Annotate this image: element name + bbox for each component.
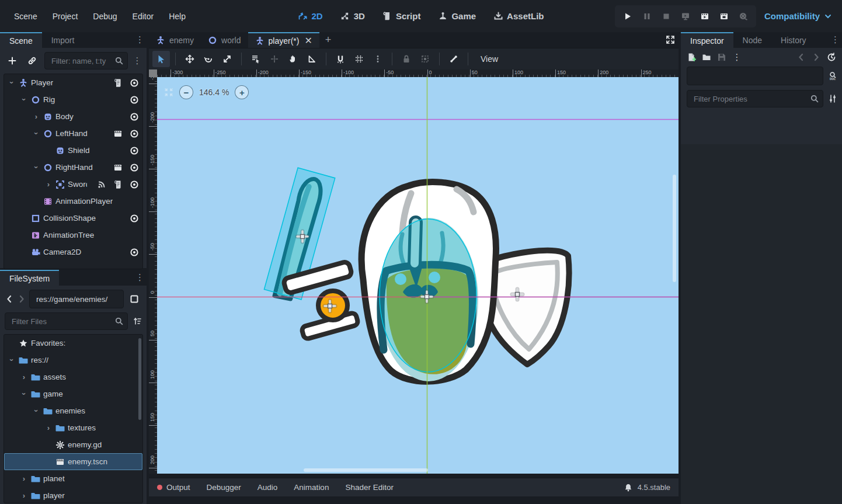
tab-import[interactable]: Import xyxy=(42,32,84,48)
renderer-dropdown[interactable]: Compatibility xyxy=(764,11,836,21)
scene-node-animationplayer[interactable]: AnimationPlayer xyxy=(4,193,142,210)
scene-tab-player[interactable]: player(*)✕ xyxy=(248,32,319,48)
fs-filter-input[interactable] xyxy=(11,317,112,326)
scene-node-animationtree[interactable]: AnimationTree xyxy=(4,227,142,244)
scene-node-righthand[interactable]: ›RightHand xyxy=(4,159,142,176)
movie-scene-button[interactable] xyxy=(717,9,731,24)
filesystem-menu-dots[interactable]: ⋮ xyxy=(135,272,144,283)
scene-node-camera2d[interactable]: Camera2D xyxy=(4,244,142,260)
tool-rotate-button[interactable] xyxy=(200,51,217,67)
scene-node-player[interactable]: ›Player xyxy=(4,74,142,91)
switch-3d[interactable]: 3D xyxy=(336,9,370,23)
tab-history[interactable]: History xyxy=(771,32,816,48)
visibility-toggle-icon[interactable] xyxy=(130,112,139,121)
visibility-toggle-icon[interactable] xyxy=(130,214,139,223)
tool-list-select-button[interactable] xyxy=(247,51,265,67)
menu-help[interactable]: Help xyxy=(163,9,192,24)
save-resource-icon[interactable] xyxy=(717,53,726,62)
sort-files-icon[interactable] xyxy=(133,317,142,326)
fs-item-player[interactable]: ›player xyxy=(4,487,142,503)
doc-search-icon[interactable]: DOC xyxy=(828,71,837,81)
tree-expand-arrow[interactable]: › xyxy=(20,373,28,381)
menu-scene[interactable]: Scene xyxy=(8,9,43,24)
tree-expand-arrow[interactable]: › xyxy=(32,407,41,415)
tool-move-button[interactable] xyxy=(181,51,199,67)
tab-menu-dots[interactable]: ⋮ xyxy=(831,34,840,45)
tool-ruler-button[interactable] xyxy=(303,51,321,67)
split-view-button[interactable] xyxy=(127,291,142,307)
visibility-toggle-icon[interactable] xyxy=(130,129,139,138)
property-tune-icon[interactable] xyxy=(828,94,837,103)
bottom-panel-shader-editor[interactable]: Shader Editor xyxy=(337,478,402,496)
bottom-panel-audio[interactable]: Audio xyxy=(249,478,286,496)
tool-select-button[interactable] xyxy=(152,51,170,67)
scene-clapper-icon[interactable] xyxy=(113,163,123,172)
tool-scale-button[interactable] xyxy=(218,51,236,67)
fs-item-enemy-gd[interactable]: enemy.gd xyxy=(4,436,142,453)
tab-inspector[interactable]: Inspector xyxy=(681,32,733,48)
bone-button[interactable] xyxy=(445,51,462,67)
2d-canvas[interactable]: − 146.4 % + xyxy=(157,77,679,474)
scene-node-body[interactable]: ›Body xyxy=(4,108,142,125)
close-tab-icon[interactable]: ✕ xyxy=(304,35,312,46)
fs-item-planet[interactable]: ›planet xyxy=(4,470,142,487)
new-resource-icon[interactable] xyxy=(687,53,696,62)
visibility-toggle-icon[interactable] xyxy=(130,163,139,172)
tree-expand-arrow[interactable]: › xyxy=(20,474,28,483)
menu-editor[interactable]: Editor xyxy=(127,9,160,24)
visibility-toggle-icon[interactable] xyxy=(130,180,139,189)
bottom-panel-animation[interactable]: Animation xyxy=(286,478,337,496)
switch-game[interactable]: Game xyxy=(433,9,481,23)
scene-tab-world[interactable]: world xyxy=(201,32,248,48)
scene-tab-enemy[interactable]: enemy xyxy=(149,32,201,48)
canvas-hscrollbar[interactable] xyxy=(304,468,428,472)
fs-item-assets[interactable]: ›assets xyxy=(4,369,142,385)
new-scene-tab-button[interactable]: + xyxy=(319,32,338,48)
scene-node-lefthand[interactable]: ›LeftHand xyxy=(4,125,142,142)
switch-2d[interactable]: 2D xyxy=(294,9,328,23)
menu-project[interactable]: Project xyxy=(47,9,84,24)
tree-expand-arrow[interactable]: › xyxy=(44,423,53,432)
history-forward-icon[interactable] xyxy=(812,53,821,62)
zoom-out-button[interactable]: − xyxy=(179,85,193,99)
scene-node-sword[interactable]: ›Sword xyxy=(4,176,142,193)
scene-node-rig[interactable]: ›Rig xyxy=(4,91,142,108)
nav-forward-icon[interactable] xyxy=(17,294,26,304)
tree-expand-arrow[interactable]: › xyxy=(32,112,40,121)
pause-button[interactable] xyxy=(640,9,654,24)
object-name-box[interactable] xyxy=(687,67,823,85)
inspector-filter-input[interactable] xyxy=(693,94,808,104)
tab-scene[interactable]: Scene xyxy=(0,32,42,48)
scene-filter-input[interactable] xyxy=(50,56,112,66)
fs-path-input[interactable] xyxy=(35,294,120,304)
history-back-icon[interactable] xyxy=(796,53,806,62)
view-menu-button[interactable]: View xyxy=(474,52,505,66)
visibility-toggle-icon[interactable] xyxy=(130,78,139,88)
fs-item-enemy-tscn[interactable]: enemy.tscn xyxy=(4,453,142,470)
snap-magnet-button[interactable] xyxy=(332,51,349,67)
switch-assetlib[interactable]: AssetLib xyxy=(489,9,548,23)
scene-node-collisionshape[interactable]: CollisionShape xyxy=(4,210,142,227)
tool-pixel-button[interactable] xyxy=(266,51,283,67)
fs-item-game[interactable]: ›game xyxy=(4,385,142,402)
play-button[interactable] xyxy=(621,9,635,24)
tool-pan-button[interactable] xyxy=(284,51,302,67)
dots-v-button[interactable] xyxy=(369,51,387,67)
scene-clapper-icon[interactable] xyxy=(113,129,123,138)
script-icon[interactable] xyxy=(113,180,123,189)
bottom-panel-output[interactable]: Output xyxy=(149,478,199,496)
snap-grid-button[interactable] xyxy=(350,51,368,67)
visibility-toggle-icon[interactable] xyxy=(130,95,139,105)
fs-item-favorites[interactable]: Favorites: xyxy=(4,335,142,352)
tree-expand-arrow[interactable]: › xyxy=(8,356,16,364)
fs-item-enemies[interactable]: ›enemies xyxy=(4,402,142,419)
tree-expand-arrow[interactable]: › xyxy=(44,180,53,189)
fs-item-textures[interactable]: ›textures xyxy=(4,419,142,436)
notification-bell-icon[interactable] xyxy=(624,483,633,492)
tab-menu-dots[interactable]: ⋮ xyxy=(135,34,144,45)
scene-menu-dots[interactable]: ⋮ xyxy=(133,56,142,65)
instance-scene-button[interactable] xyxy=(25,53,40,68)
remote-debug-button[interactable] xyxy=(679,9,693,24)
center-view-icon[interactable] xyxy=(164,88,173,97)
signal-icon[interactable] xyxy=(97,180,106,189)
